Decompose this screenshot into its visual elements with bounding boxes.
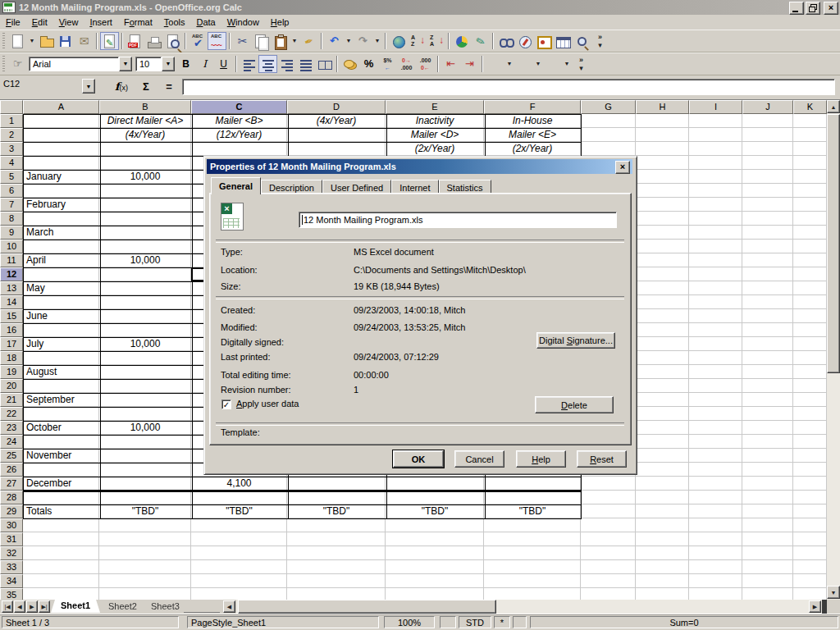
styles-icon[interactable]: ☞ — [8, 55, 27, 73]
find-replace-icon[interactable] — [496, 32, 515, 50]
function-wizard-icon[interactable]: f(x) — [112, 79, 131, 95]
row-header-35[interactable]: 35 — [0, 588, 23, 600]
standard-format-icon[interactable]: $%← — [378, 55, 397, 73]
vertical-scroll-thumb[interactable] — [827, 114, 840, 373]
add-decimal-icon[interactable]: 0→.000 — [397, 55, 416, 73]
undo-icon[interactable]: ↶ — [325, 32, 344, 50]
row-header-18[interactable]: 18 — [0, 351, 23, 365]
new-document-dropdown-icon[interactable]: ▼ — [27, 32, 37, 50]
status-field-5[interactable]: * — [494, 616, 510, 628]
send-mail-icon[interactable]: ✉ — [75, 32, 94, 50]
draw-functions-icon[interactable]: ✎ — [471, 32, 490, 50]
help-button[interactable]: Help — [516, 450, 566, 468]
auto-spellcheck-icon[interactable]: ABC~~~ — [208, 32, 226, 50]
row-header-9[interactable]: 9 — [0, 226, 23, 240]
sort-ascending-icon[interactable]: AZ↓ — [408, 32, 427, 50]
sheet-prev-icon[interactable]: ◀ — [14, 600, 25, 613]
sheet-next-icon[interactable]: ▶ — [26, 600, 38, 613]
cell-F3[interactable]: (2x/Year) — [485, 142, 580, 155]
sort-descending-icon[interactable]: ZA↓ — [427, 32, 445, 50]
row-header-19[interactable]: 19 — [0, 365, 23, 379]
row-header-20[interactable]: 20 — [0, 379, 23, 393]
column-header-A[interactable]: A — [23, 100, 99, 114]
redo-dropdown-icon[interactable]: ▼ — [372, 32, 382, 50]
background-color-icon[interactable] — [514, 55, 533, 73]
restore-button[interactable] — [806, 2, 820, 15]
font-size-combo[interactable]: 10 — [135, 57, 162, 71]
bold-icon[interactable]: B — [176, 55, 195, 73]
cell-E1[interactable]: Inactivity — [386, 114, 483, 127]
cancel-button[interactable]: Cancel — [454, 450, 504, 468]
menu-tools[interactable]: Tools — [158, 15, 191, 30]
align-left-icon[interactable] — [240, 55, 258, 73]
paste-icon[interactable] — [271, 32, 290, 50]
row-header-21[interactable]: 21 — [0, 393, 23, 407]
row-header-12[interactable]: 12 — [0, 267, 23, 281]
cell-A13[interactable]: May — [24, 281, 101, 294]
export-pdf-icon[interactable]: PDF — [126, 32, 144, 50]
cell-F29[interactable]: "TBD" — [485, 504, 580, 518]
column-header-D[interactable]: D — [287, 100, 386, 114]
cell-B1[interactable]: Direct Mailer <A> — [100, 114, 190, 127]
row-header-27[interactable]: 27 — [0, 477, 23, 491]
column-header-G[interactable]: G — [581, 100, 636, 114]
cell-E29[interactable]: "TBD" — [386, 504, 483, 518]
cell-D29[interactable]: "TBD" — [288, 504, 385, 518]
row-header-26[interactable]: 26 — [0, 463, 23, 477]
column-header-B[interactable]: B — [99, 100, 191, 114]
zoom-icon[interactable] — [572, 32, 591, 50]
save-icon[interactable] — [56, 32, 75, 50]
cell-C27[interactable]: 4,100 — [192, 477, 286, 490]
menu-help[interactable]: Help — [265, 15, 295, 30]
data-sources-icon[interactable] — [553, 32, 572, 50]
vertical-scrollbar[interactable]: ▲ ▼ — [827, 100, 840, 600]
row-header-22[interactable]: 22 — [0, 407, 23, 421]
sum-icon[interactable]: Σ — [136, 79, 156, 95]
cut-icon[interactable]: ✂ — [233, 32, 252, 50]
row-header-2[interactable]: 2 — [0, 128, 23, 142]
column-header-E[interactable]: E — [386, 100, 484, 114]
menu-data[interactable]: Data — [190, 15, 221, 30]
apply-user-data-checkbox[interactable]: ✓ — [221, 399, 231, 409]
menu-insert[interactable]: Insert — [84, 15, 118, 30]
equals-icon[interactable]: = — [159, 79, 179, 95]
minimize-button[interactable] — [789, 2, 804, 15]
status-field-1[interactable]: PageStyle_Sheet1 — [187, 616, 379, 628]
toolbar-overflow-icon[interactable]: »▾ — [591, 32, 609, 50]
copy-icon[interactable] — [252, 32, 271, 50]
hscroll-left-icon[interactable]: ◀ — [223, 600, 235, 613]
cell-B29[interactable]: "TBD" — [100, 504, 190, 518]
hscroll-right-icon[interactable]: ▶ — [809, 600, 821, 613]
redo-icon[interactable]: ↷ — [354, 32, 372, 50]
reset-button[interactable]: Reset — [577, 450, 627, 468]
column-header-F[interactable]: F — [484, 100, 581, 114]
merge-cells-icon[interactable] — [315, 55, 334, 73]
scroll-up-icon[interactable]: ▲ — [827, 100, 840, 113]
sheet-tab-sheet2[interactable]: Sheet2 — [98, 600, 147, 613]
menu-window[interactable]: Window — [221, 15, 265, 30]
menu-format[interactable]: Format — [118, 15, 158, 30]
percent-icon[interactable]: % — [359, 55, 378, 73]
toolbar-grip[interactable] — [2, 33, 5, 49]
scroll-down-icon[interactable]: ▼ — [827, 586, 840, 599]
format-paintbrush-icon[interactable]: ✒ — [299, 32, 318, 50]
underline-icon[interactable]: U — [214, 55, 233, 73]
cell-A5[interactable]: January — [24, 170, 101, 183]
column-header-H[interactable]: H — [636, 100, 689, 114]
toolbar-overflow-icon[interactable]: »▾ — [572, 55, 591, 73]
row-header-30[interactable]: 30 — [0, 518, 23, 532]
cell-A17[interactable]: July — [24, 337, 101, 350]
row-header-8[interactable]: 8 — [0, 212, 23, 226]
cell-A21[interactable]: September — [24, 393, 101, 406]
row-header-6[interactable]: 6 — [0, 184, 23, 198]
row-header-10[interactable]: 10 — [0, 240, 23, 253]
cell-A9[interactable]: March — [24, 226, 101, 239]
dialog-tab-general[interactable]: General — [211, 177, 261, 194]
cell-A15[interactable]: June — [24, 309, 101, 322]
cell-F2[interactable]: Mailer <E> — [485, 128, 580, 141]
font-color-dropdown-icon[interactable]: ▼ — [562, 55, 572, 73]
cell-A27[interactable]: December — [24, 477, 101, 490]
decrease-indent-icon[interactable]: ⇤ — [441, 55, 460, 73]
row-header-7[interactable]: 7 — [0, 198, 23, 212]
column-header-I[interactable]: I — [689, 100, 742, 114]
